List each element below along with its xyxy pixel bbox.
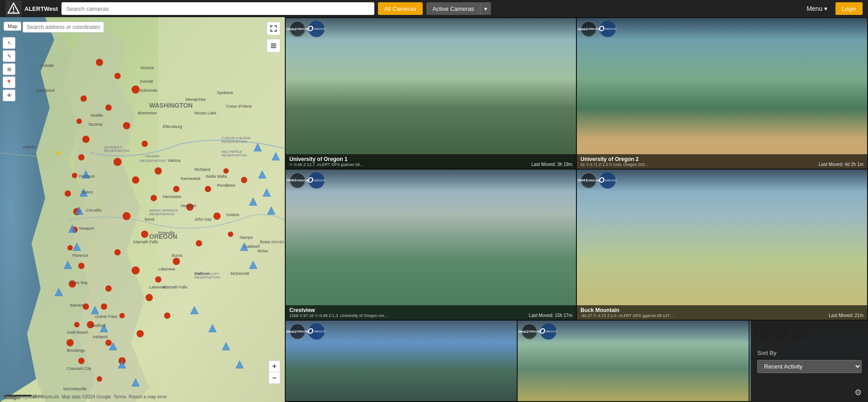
svg-text:Prineville: Prineville	[158, 231, 175, 235]
svg-point-33	[119, 313, 125, 318]
zoom-out-button[interactable]: −	[269, 372, 280, 384]
svg-point-53	[80, 95, 87, 102]
camera-4-name: Buck Mountain	[580, 307, 751, 313]
svg-text:Nampa: Nampa	[240, 235, 253, 240]
logo-text: ALERTWest	[24, 5, 58, 12]
svg-text:Corvallis: Corvallis	[86, 208, 102, 213]
svg-text:Heppner: Heppner	[181, 203, 197, 208]
active-cameras-button[interactable]: Active Cameras	[426, 2, 481, 15]
svg-text:Everett: Everett	[140, 79, 153, 84]
sort-select[interactable]: Recent Activity Alphabetical Last Moved …	[757, 360, 862, 373]
map-label-button[interactable]: Map	[4, 22, 21, 31]
draw-tool[interactable]: ✎	[3, 50, 15, 62]
svg-text:Florence: Florence	[72, 253, 88, 258]
svg-text:McKinleyville: McKinleyville	[63, 387, 87, 391]
svg-text:Medford: Medford	[90, 323, 105, 328]
svg-point-8	[105, 104, 112, 111]
map-terms-link[interactable]: Terms	[114, 394, 126, 399]
svg-point-15	[141, 231, 148, 238]
camera-2-meta: 61 Y:3.71 Z:1.0 © Univ. Oregon 2024/08/1…	[580, 162, 651, 167]
svg-text:Caldwell: Caldwell	[244, 244, 259, 249]
sort-label: Sort By	[757, 350, 862, 356]
camera-cell-6[interactable]: OHAZOREGON OOREGON	[518, 321, 749, 401]
camera-4-meta: -40.27 Y:-3.72 Z:1.0 .ALERT OPS ggarcia.…	[580, 313, 674, 318]
svg-point-11	[113, 158, 122, 166]
svg-point-14	[123, 212, 131, 220]
map-search-input[interactable]	[23, 22, 104, 33]
svg-text:Klamath Falls: Klamath Falls	[163, 285, 188, 289]
svg-point-2	[13, 11, 14, 13]
svg-point-29	[155, 276, 161, 283]
camera-cell-3[interactable]: OHAZOREGON OOREGON Crestview 1358 X:97.1…	[286, 170, 576, 320]
map-layers-button[interactable]	[267, 39, 280, 52]
all-cameras-button[interactable]: All Cameras	[378, 2, 423, 15]
location-tool[interactable]: 📍	[3, 76, 15, 88]
camera-4-overlay-bottom: Buck Mountain -40.27 Y:-3.72 Z:1.0 .ALER…	[577, 305, 867, 320]
camera-6-logo-ohaz: OHAZOREGON	[521, 323, 538, 340]
camera-2-last-moved: Last Moved: 4d 2h 1m	[819, 162, 863, 167]
svg-text:Bandon: Bandon	[70, 303, 84, 307]
svg-point-10	[142, 141, 148, 147]
svg-text:Boise AAA1A: Boise AAA1A	[260, 240, 284, 244]
menu-button[interactable]: Menu ▾	[802, 3, 832, 14]
svg-text:Lakeview: Lakeview	[149, 285, 166, 289]
svg-text:WASHINGTON: WASHINGTON	[149, 102, 193, 109]
map-controls-left: Map	[4, 22, 21, 31]
svg-point-6	[114, 73, 121, 79]
svg-text:Wenatchee: Wenatchee	[185, 97, 206, 102]
map-report-link[interactable]: Report a map error	[129, 394, 167, 399]
active-cameras-group: Active Cameras ▾	[426, 2, 491, 15]
svg-point-38	[97, 376, 102, 382]
svg-point-28	[173, 258, 180, 265]
map-tool-group: ↖ ✎ ⊞ 📍 👁	[3, 37, 15, 101]
zoom-in-button[interactable]: +	[269, 360, 280, 372]
svg-text:Kennewick: Kennewick	[181, 176, 201, 181]
camera-2-logo-ohaz: OHAZOREGON	[580, 21, 597, 37]
svg-text:Coos Bay: Coos Bay	[70, 280, 88, 285]
map-keyboard-shortcuts-link[interactable]: Keyboard shortcuts	[20, 394, 59, 399]
search-input[interactable]	[61, 2, 374, 15]
login-button[interactable]: Login	[835, 2, 863, 15]
camera-3-name: Crestview	[289, 307, 472, 313]
svg-point-18	[105, 285, 112, 292]
active-cameras-dropdown[interactable]: ▾	[480, 2, 491, 15]
svg-point-25	[213, 213, 221, 220]
logo-area: ALERTWest	[5, 0, 58, 17]
camera-3-overlay-bottom: Crestview 1358 X:97.16 Y:-0.68 Z:1.3 .Un…	[286, 305, 576, 320]
svg-text:Lakeview: Lakeview	[158, 267, 175, 271]
svg-text:Walla Walla: Walla Walla	[206, 174, 227, 179]
camera-cell-4[interactable]: OHAZOREGON OOREGON Buck Mountain -40.27 …	[577, 170, 867, 320]
svg-text:Ontario: Ontario	[226, 213, 240, 217]
table-tool[interactable]: ⊞	[3, 63, 15, 75]
camera-4-logo-ohaz: OHAZOREGON	[580, 172, 597, 189]
svg-text:Klamath Falls: Klamath Falls	[133, 240, 158, 244]
svg-point-7	[132, 85, 140, 94]
svg-point-12	[132, 176, 139, 184]
svg-text:Ashland: Ashland	[93, 335, 108, 339]
svg-text:RESERVATION: RESERVATION	[222, 153, 247, 157]
svg-point-20	[173, 186, 179, 192]
svg-text:Brookings: Brookings	[67, 348, 85, 353]
pointer-tool[interactable]: ↖	[3, 37, 15, 49]
svg-point-22	[205, 186, 211, 192]
eye-tool[interactable]: 👁	[3, 90, 15, 101]
map-zoom-controls: + −	[269, 360, 280, 384]
camera-1-meta: Y:-0.66 Z:12.7 .ALERT OPS jpalmer.08-14T…	[289, 162, 365, 167]
map-fullscreen-button[interactable]	[267, 22, 280, 35]
camera-5-overlay-top: OHAZOREGON OOREGON	[286, 321, 517, 342]
main-layout: ★ WASHINGTON OREGON Seattle Tacoma Portl…	[0, 17, 868, 402]
map-data-link[interactable]: Map data ©2024 Google	[61, 394, 111, 399]
svg-text:Richland: Richland	[194, 167, 210, 172]
svg-point-49	[72, 173, 77, 178]
camera-cell-2[interactable]: OHAZOREGON OOREGON University of Oregon …	[577, 18, 867, 169]
svg-text:Newport: Newport	[79, 226, 94, 231]
svg-text:Tacoma: Tacoma	[88, 122, 103, 127]
svg-point-32	[137, 330, 144, 337]
map-panel: ★ WASHINGTON OREGON Seattle Tacoma Portl…	[0, 17, 285, 402]
camera-cell-1[interactable]: OHAZOREGON OOREGON University of Oregon …	[286, 18, 576, 169]
camera-5-logo-o: OOREGON	[308, 323, 325, 340]
sort-gear-icon[interactable]: ⚙	[854, 388, 862, 397]
camera-cell-5[interactable]: OHAZOREGON OOREGON	[286, 321, 517, 401]
svg-text:Grants Pass: Grants Pass	[95, 314, 118, 319]
svg-text:Burns: Burns	[172, 253, 183, 258]
